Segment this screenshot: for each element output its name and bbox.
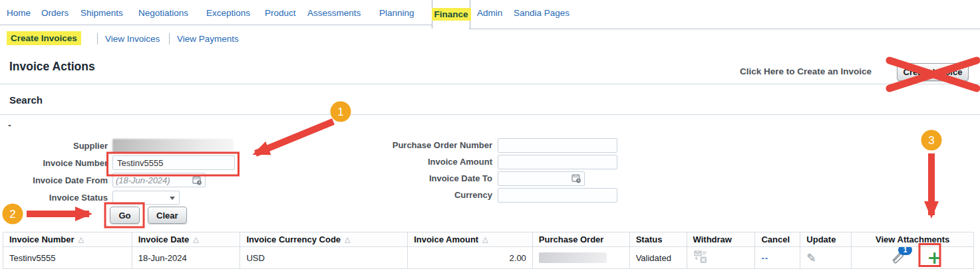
cell-invoice-number: Testinv5555 <box>3 247 132 268</box>
subnav-divider <box>169 33 170 45</box>
nav-item-assessments[interactable]: Assessments <box>307 8 361 18</box>
supplier-value-redacted <box>112 139 234 153</box>
svg-text:2: 2 <box>9 208 15 221</box>
search-dash-text: - <box>8 120 11 130</box>
nav-item-admin[interactable]: Admin <box>477 8 502 18</box>
currency-input[interactable] <box>498 188 617 203</box>
column-header-label: Invoice Number <box>9 234 75 244</box>
nav-item-finance-active-tab[interactable]: Finance <box>432 0 470 29</box>
column-header-invoice-currency-code[interactable]: Invoice Currency Code△ <box>240 232 407 246</box>
subnav-item-view-invoices[interactable]: View Invoices <box>105 34 160 44</box>
svg-text:3: 3 <box>928 134 934 147</box>
invoice-actions-page: Home Orders Shipments Negotiations Excep… <box>0 0 980 273</box>
column-header-status: Status <box>629 232 687 246</box>
invoice-status-label: Invoice Status <box>49 193 108 203</box>
table-header-row: Invoice Number△ Invoice Date△ Invoice Cu… <box>3 232 973 247</box>
cell-invoice-currency-code: USD <box>240 247 407 268</box>
cell-view-attachments: 1 + <box>851 247 973 268</box>
chevron-down-icon <box>170 197 175 200</box>
column-header-invoice-number[interactable]: Invoice Number△ <box>3 232 132 246</box>
nav-item-exceptions[interactable]: Exceptions <box>206 8 250 18</box>
annotation-step-2: 2 <box>3 204 23 225</box>
invoice-date-to-label: Invoice Date To <box>429 173 492 183</box>
invoice-status-select[interactable] <box>112 191 180 205</box>
column-header-label: Invoice Amount <box>414 234 478 244</box>
column-header-label: Withdraw <box>693 234 732 244</box>
subnav-item-view-payments[interactable]: View Payments <box>177 34 239 44</box>
column-header-label: Cancel <box>761 234 790 244</box>
go-button[interactable]: Go <box>110 207 140 224</box>
sort-ascending-icon[interactable]: △ <box>345 235 350 244</box>
purchase-order-value-redacted <box>539 252 607 263</box>
create-invoice-button[interactable]: Create Invoice <box>897 63 969 81</box>
nav-underline-right <box>469 29 980 29</box>
supplier-label: Supplier <box>73 141 108 151</box>
cell-withdraw <box>687 247 755 268</box>
nav-item-home[interactable]: Home <box>7 8 31 18</box>
invoice-date-to-input[interactable] <box>498 173 572 184</box>
sort-ascending-icon[interactable]: △ <box>482 235 488 244</box>
cancel-disabled-icon: -- <box>761 253 768 263</box>
column-header-label: Invoice Currency Code <box>246 234 341 244</box>
update-pencil-icon[interactable]: ✎ <box>806 251 816 264</box>
table-row: Testinv5555 18-Jun-2024 USD 2.00 Validat… <box>3 247 973 268</box>
nav-item-orders[interactable]: Orders <box>41 8 69 18</box>
annotation-step-1: 1 <box>331 102 351 122</box>
search-buttons: Go Clear <box>110 207 187 224</box>
cell-invoice-date: 18-Jun-2024 <box>132 247 240 268</box>
currency-label: Currency <box>454 190 492 200</box>
attachment-count-badge: 1 <box>898 247 912 255</box>
nav-underline-left <box>0 25 432 25</box>
cell-status: Validated <box>629 247 687 268</box>
cell-cancel: -- <box>754 247 800 268</box>
column-header-purchase-order: Purchase Order <box>532 232 629 246</box>
nav-item-sandia-pages[interactable]: Sandia Pages <box>514 8 570 18</box>
invoice-results-table: Invoice Number△ Invoice Date△ Invoice Cu… <box>3 232 974 269</box>
nav-item-negotiations[interactable]: Negotiations <box>138 8 188 18</box>
nav-item-planning[interactable]: Planning <box>379 8 414 18</box>
column-header-withdraw: Withdraw <box>687 232 755 246</box>
sort-ascending-icon[interactable]: △ <box>79 235 84 244</box>
sort-ascending-icon[interactable]: △ <box>193 235 198 244</box>
section-divider <box>0 84 980 84</box>
subnav-item-create-invoices[interactable]: Create Invoices <box>7 31 81 45</box>
invoice-date-from-input[interactable] <box>113 175 192 186</box>
subnav-divider <box>97 33 98 45</box>
finance-tab-label: Finance <box>432 8 471 21</box>
invoice-date-from-field <box>112 173 206 187</box>
nav-item-shipments[interactable]: Shipments <box>81 8 123 18</box>
view-attachments-link[interactable]: 1 <box>890 249 907 267</box>
column-header-label: Invoice Date <box>138 234 190 244</box>
calendar-icon[interactable] <box>572 173 581 183</box>
svg-text:1: 1 <box>337 106 343 118</box>
page-title: Invoice Actions <box>9 60 95 74</box>
invoice-number-input[interactable] <box>112 155 235 170</box>
invoice-date-from-label: Invoice Date From <box>33 175 108 185</box>
add-attachment-plus-icon[interactable]: + <box>927 251 942 264</box>
column-header-invoice-date[interactable]: Invoice Date△ <box>132 232 240 246</box>
column-header-update: Update <box>800 232 851 246</box>
invoice-number-label: Invoice Number <box>43 158 108 168</box>
clear-button[interactable]: Clear <box>148 207 187 224</box>
annotation-step-3: 3 <box>921 130 942 151</box>
section-divider <box>0 114 980 115</box>
search-section-title: Search <box>9 94 43 106</box>
invoice-amount-input[interactable] <box>498 155 617 169</box>
column-header-label: Purchase Order <box>539 234 604 244</box>
purchase-order-number-input[interactable] <box>498 138 617 153</box>
column-header-label: View Attachments <box>876 234 949 244</box>
create-invoice-hint-text: Click Here to Create an Invoice <box>740 66 872 76</box>
purchase-order-number-label: Purchase Order Number <box>393 140 492 150</box>
annotation-arrow-1 <box>255 122 333 153</box>
cell-update: ✎ <box>800 247 851 268</box>
column-header-invoice-amount[interactable]: Invoice Amount△ <box>407 232 532 246</box>
invoice-amount-label: Invoice Amount <box>428 157 492 167</box>
search-form-right: Purchase Order Number Invoice Amount Inv… <box>373 137 617 203</box>
column-header-cancel: Cancel <box>754 232 800 246</box>
calendar-icon[interactable] <box>192 175 202 185</box>
column-header-label: Status <box>636 234 663 244</box>
cell-purchase-order <box>532 247 629 268</box>
nav-item-product[interactable]: Product <box>265 8 296 18</box>
column-header-view-attachments: View Attachments <box>851 232 973 246</box>
withdraw-disabled-icon <box>693 250 708 266</box>
